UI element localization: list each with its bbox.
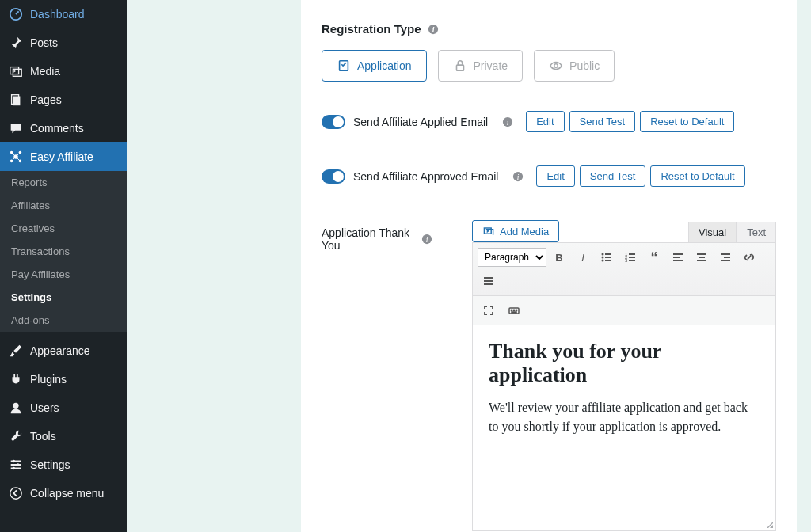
svg-rect-32	[605, 260, 611, 261]
svg-rect-43	[699, 256, 705, 258]
edit-button[interactable]: Edit	[536, 165, 574, 187]
bold-button[interactable]: B	[548, 246, 570, 268]
fullscreen-button[interactable]	[478, 299, 500, 321]
svg-rect-4	[13, 97, 20, 106]
sidebar-item-easy-affiliate[interactable]: Easy Affiliate	[0, 142, 127, 171]
info-icon[interactable]: i	[502, 116, 513, 127]
editor-toolbar: Paragraph B I 123 “	[472, 242, 776, 296]
dashboard-icon	[8, 6, 24, 22]
applied-email-toggle[interactable]	[322, 115, 345, 129]
info-icon[interactable]: i	[512, 171, 524, 182]
sidebar-label: Dashboard	[30, 8, 85, 21]
approved-email-row: Send Affiliate Approved Email i Edit Sen…	[322, 165, 776, 187]
send-test-button[interactable]: Send Test	[580, 165, 646, 187]
svg-point-54	[516, 310, 516, 310]
sidebar-item-plugins[interactable]: Plugins	[0, 365, 127, 393]
section-title: Registration Type i	[322, 22, 776, 50]
divider	[322, 93, 776, 93]
sidebar-label: Users	[30, 401, 59, 414]
svg-text:i: i	[432, 25, 434, 33]
sub-item-settings[interactable]: Settings	[0, 286, 127, 309]
reg-type-private[interactable]: Private	[438, 50, 524, 82]
reg-type-label: Application	[357, 59, 412, 72]
editor-heading: Thank you for your application	[489, 340, 760, 387]
approved-email-toggle[interactable]	[322, 169, 345, 184]
edit-button[interactable]: Edit	[526, 111, 564, 132]
plug-icon	[8, 371, 24, 387]
sub-item-affiliates[interactable]: Affiliates	[0, 194, 127, 217]
sidebar-item-users[interactable]: Users	[0, 393, 127, 422]
applied-email-label: Send Affiliate Applied Email	[353, 116, 488, 128]
sidebar-item-appearance[interactable]: Appearance	[0, 336, 127, 365]
media-icon	[482, 225, 495, 238]
svg-rect-55	[512, 312, 516, 313]
quote-button[interactable]: “	[643, 246, 665, 268]
sub-item-transactions[interactable]: Transactions	[0, 240, 127, 263]
align-left-button[interactable]	[667, 246, 689, 268]
svg-text:i: i	[507, 117, 509, 126]
editor-wrap: Add Media Visual Text Paragraph B I 123 …	[472, 220, 776, 531]
sidebar-item-pages[interactable]: Pages	[0, 86, 127, 114]
sidebar-label: Appearance	[30, 344, 90, 357]
thank-you-section: Application Thank You i Add Media Visual…	[322, 220, 776, 531]
svg-rect-46	[724, 256, 730, 258]
add-media-label: Add Media	[500, 226, 549, 238]
reset-default-button[interactable]: Reset to Default	[650, 165, 744, 187]
sidebar-item-comments[interactable]: Comments	[0, 114, 127, 142]
sidebar-item-settings[interactable]: Settings	[0, 450, 127, 479]
sub-item-pay-affiliates[interactable]: Pay Affiliates	[0, 263, 127, 286]
reg-type-application[interactable]: Application	[322, 50, 427, 82]
sub-item-addons[interactable]: Add-ons	[0, 309, 127, 332]
affiliate-icon	[8, 149, 24, 165]
info-icon[interactable]: i	[421, 234, 432, 245]
svg-rect-50	[484, 283, 493, 285]
sidebar-item-collapse[interactable]: Collapse menu	[0, 479, 127, 507]
editor-paragraph: We'll review your affiliate application …	[489, 398, 760, 436]
sidebar-label: Media	[30, 65, 60, 78]
align-center-button[interactable]	[691, 246, 713, 268]
align-right-button[interactable]	[714, 246, 737, 268]
sidebar-item-posts[interactable]: Posts	[0, 28, 127, 57]
sidebar-label: Plugins	[30, 373, 67, 386]
sub-item-reports[interactable]: Reports	[0, 171, 127, 194]
svg-point-12	[17, 463, 20, 466]
registration-type-group: Application Private Public	[322, 50, 776, 82]
keyboard-button[interactable]	[503, 299, 525, 321]
svg-rect-48	[484, 277, 493, 279]
link-button[interactable]	[738, 246, 760, 268]
svg-text:i: i	[517, 172, 520, 180]
sliders-icon	[8, 457, 24, 473]
svg-point-27	[602, 253, 604, 256]
more-button[interactable]	[478, 270, 500, 292]
reset-default-button[interactable]: Reset to Default	[640, 111, 734, 132]
svg-point-14	[10, 488, 21, 499]
content-area: Registration Type i Application Private …	[127, 0, 811, 532]
bullet-list-button[interactable]	[596, 246, 618, 268]
svg-rect-44	[697, 260, 706, 261]
svg-rect-2	[13, 69, 21, 76]
send-test-button[interactable]: Send Test	[569, 111, 636, 132]
svg-rect-36	[629, 256, 635, 258]
paragraph-select[interactable]: Paragraph	[478, 248, 546, 267]
italic-button[interactable]: I	[572, 246, 594, 268]
sidebar-item-media[interactable]: Media	[0, 57, 127, 86]
text-tab[interactable]: Text	[737, 222, 776, 242]
visual-tab[interactable]: Visual	[688, 222, 737, 242]
sidebar-item-dashboard[interactable]: Dashboard	[0, 0, 127, 28]
sidebar-label: Posts	[30, 36, 58, 49]
sub-item-creatives[interactable]: Creatives	[0, 217, 127, 240]
numbered-list-button[interactable]: 123	[619, 246, 642, 268]
sidebar-submenu: Reports Affiliates Creatives Transaction…	[0, 171, 127, 332]
add-media-button[interactable]: Add Media	[472, 220, 559, 242]
svg-rect-41	[673, 260, 683, 261]
sidebar-item-tools[interactable]: Tools	[0, 422, 127, 450]
approved-email-label: Send Affiliate Approved Email	[353, 170, 498, 183]
editor-body[interactable]: Thank you for your application We'll rev…	[472, 325, 776, 531]
resize-grip[interactable]	[764, 519, 774, 529]
info-icon[interactable]: i	[428, 24, 439, 35]
svg-rect-18	[456, 65, 463, 70]
media-icon	[8, 63, 24, 79]
reg-type-public[interactable]: Public	[534, 50, 615, 82]
applied-email-row: Send Affiliate Applied Email i Edit Send…	[322, 111, 776, 132]
svg-point-29	[602, 256, 604, 259]
